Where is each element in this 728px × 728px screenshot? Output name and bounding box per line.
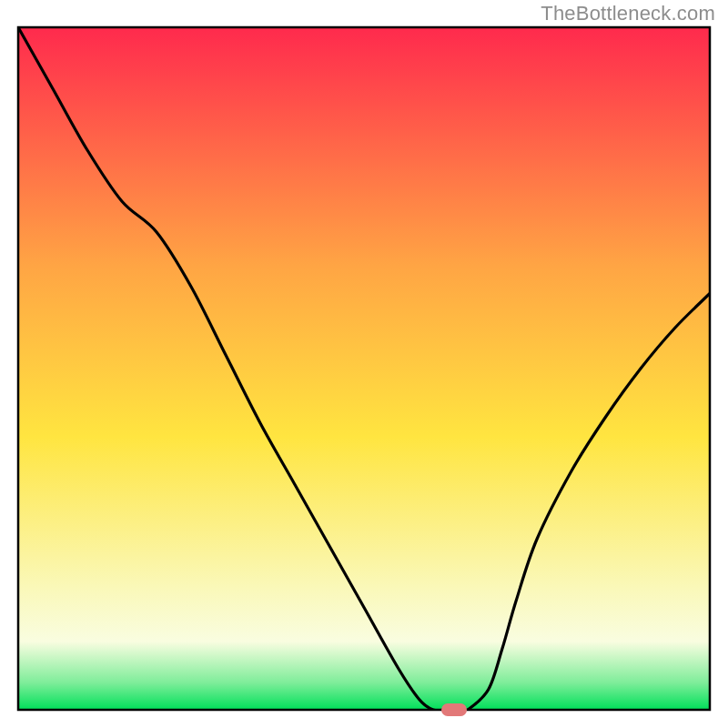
- optimal-point-marker: [441, 703, 467, 716]
- bottleneck-chart: [0, 0, 728, 728]
